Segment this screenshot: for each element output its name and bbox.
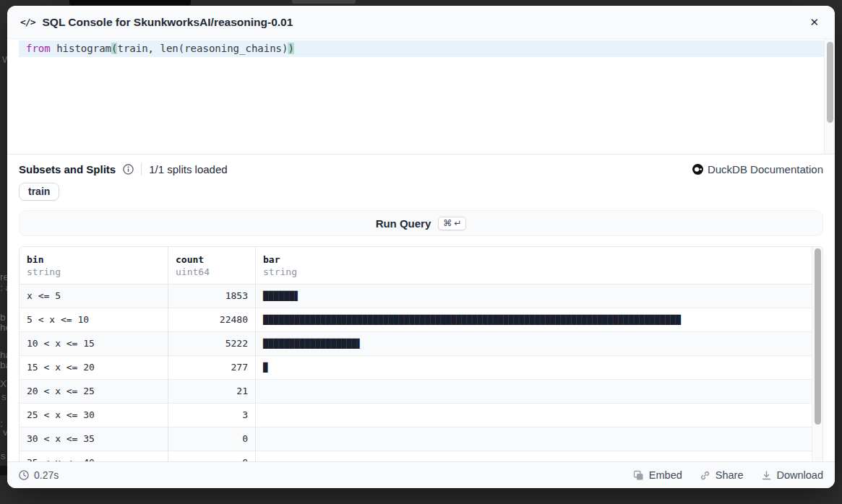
results-table: bin string count uint64 bar string x <= …	[19, 246, 823, 461]
histogram-bar: ████████████████████████████████████████…	[263, 315, 681, 325]
subsets-title: Subsets and Splits	[19, 163, 116, 175]
cell-bin: 15 < x <= 20	[20, 356, 168, 380]
sql-console-modal: </> SQL Console for SkunkworksAI/reasoni…	[7, 6, 835, 488]
embed-label: Embed	[649, 469, 682, 481]
cell-bar	[256, 451, 812, 461]
query-duration-value: 0.27s	[34, 469, 59, 481]
backdrop-text-fragment: s	[1, 451, 6, 461]
backdrop-text-fragment: s	[1, 392, 7, 402]
backdrop-text-fragment: b	[0, 313, 6, 323]
sql-token: )	[288, 43, 293, 54]
embed-icon	[633, 470, 644, 481]
close-icon: ✕	[809, 16, 819, 28]
close-button[interactable]: ✕	[807, 14, 822, 30]
sql-query-line[interactable]: from histogram(train, len(reasoning_chai…	[19, 40, 824, 57]
cell-bin: 35 < x <= 40	[20, 451, 168, 461]
info-icon	[123, 164, 134, 175]
duckdb-icon	[692, 164, 703, 175]
cell-bin: 20 < x <= 25	[20, 380, 168, 404]
share-label: Share	[716, 469, 744, 481]
cell-bar	[256, 404, 812, 427]
share-button[interactable]: Share	[700, 469, 744, 481]
enter-key-icon: ↵	[454, 218, 461, 228]
histogram-bar: ██████▋	[263, 291, 300, 301]
modal-content: Subsets and Splits 1/1 splits loaded Duc…	[7, 155, 835, 461]
split-chip-train[interactable]: train	[19, 183, 59, 201]
column-name: bin	[27, 253, 160, 266]
cell-bar	[256, 380, 812, 404]
cell-bar: ██████████████████▌	[256, 332, 812, 356]
download-label: Download	[777, 469, 824, 481]
backdrop-page-fragment	[0, 466, 7, 475]
code-icon: </>	[20, 17, 35, 27]
sql-token: histogram	[51, 43, 111, 54]
column-header-bar: bar string	[256, 247, 812, 284]
duckdb-docs-link[interactable]: DuckDB Documentation	[692, 163, 823, 175]
cell-bin: 30 < x <= 35	[20, 427, 168, 451]
sql-token: from	[26, 43, 51, 54]
modal-footer: 0.27s Embed Share	[7, 461, 835, 488]
cell-bin: 10 < x <= 15	[20, 332, 168, 356]
cell-bar: ████████████████████████████████████████…	[256, 308, 812, 332]
editor-scrollbar-thumb[interactable]	[827, 42, 833, 123]
cell-count: 21	[168, 380, 256, 404]
keyboard-shortcut-badge: ⌘ ↵	[438, 217, 466, 230]
cell-count: 0	[168, 427, 256, 451]
query-duration: 0.27s	[19, 469, 59, 481]
column-type: string	[263, 266, 804, 278]
splits-row: train	[7, 175, 835, 201]
cell-count: 1853	[168, 284, 256, 308]
table-scrollbar-thumb[interactable]	[815, 248, 821, 425]
sql-token: train, len(reasoning_chains)	[117, 43, 288, 54]
sql-editor[interactable]: from histogram(train, len(reasoning_chai…	[7, 39, 835, 155]
cell-bin: 5 < x <= 10	[20, 308, 168, 332]
modal-header: </> SQL Console for SkunkworksAI/reasoni…	[7, 6, 835, 39]
cmd-key-icon: ⌘	[443, 218, 452, 228]
cell-count: 3	[168, 404, 256, 427]
duckdb-docs-label: DuckDB Documentation	[708, 163, 823, 175]
modal-title: SQL Console for SkunkworksAI/reasoning-0…	[42, 16, 293, 29]
clock-icon	[19, 470, 29, 480]
column-name: bar	[263, 253, 804, 266]
editor-scrollbar[interactable]	[824, 39, 835, 154]
cell-count: 0	[168, 451, 256, 461]
histogram-bar: ██████████████████▌	[263, 339, 362, 349]
subsets-row: Subsets and Splits 1/1 splits loaded Duc…	[7, 155, 835, 175]
cell-count: 22480	[168, 308, 256, 332]
cell-bin: 25 < x <= 30	[20, 404, 168, 427]
backdrop-page-fragment	[69, 0, 191, 5]
embed-button[interactable]: Embed	[633, 469, 682, 481]
run-query-label: Run Query	[376, 217, 431, 230]
cell-bar: ▉	[256, 356, 812, 380]
column-name: count	[176, 253, 248, 266]
info-button[interactable]	[123, 164, 134, 175]
table-scrollbar[interactable]	[812, 247, 822, 461]
cell-bar: ██████▋	[256, 284, 812, 308]
vertical-divider	[141, 163, 142, 175]
run-query-button[interactable]: Run Query ⌘ ↵	[19, 210, 823, 236]
column-header-bin: bin string	[20, 247, 168, 284]
backdrop-page-fragment	[292, 0, 356, 4]
column-type: uint64	[176, 266, 248, 278]
share-link-icon	[700, 470, 710, 481]
cell-bin: x <= 5	[20, 284, 168, 308]
histogram-bar: ▉	[263, 362, 268, 373]
download-icon	[761, 470, 772, 481]
column-type: string	[27, 266, 160, 278]
splits-loaded-status: 1/1 splits loaded	[149, 163, 227, 175]
footer-actions: Embed Share Download	[633, 469, 823, 481]
download-button[interactable]: Download	[761, 469, 824, 481]
cell-bar	[256, 427, 812, 451]
cell-count: 277	[168, 356, 256, 380]
column-header-count: count uint64	[168, 247, 256, 284]
results-grid: bin string count uint64 bar string x <= …	[20, 247, 812, 461]
cell-count: 5222	[168, 332, 256, 356]
